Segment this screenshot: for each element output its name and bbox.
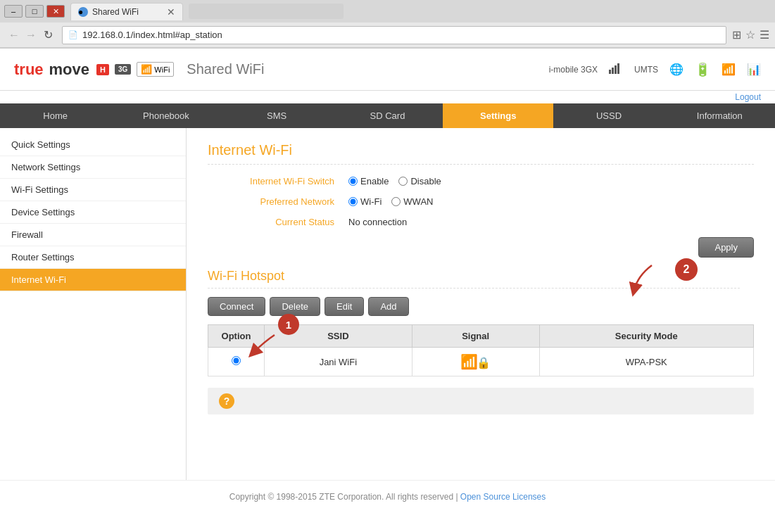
nav-ussd[interactable]: USSD [553, 103, 664, 128]
disable-radio[interactable] [398, 177, 408, 186]
page-icon: 📄 [68, 30, 78, 39]
apply-button[interactable]: Apply [698, 237, 754, 258]
wifi-switch-label: Internet Wi-Fi Switch [208, 176, 348, 186]
tab-favicon: ● [78, 7, 88, 17]
minimize-button[interactable]: – [4, 5, 23, 18]
sidebar-network-settings[interactable]: Network Settings [0, 156, 186, 179]
enable-radio[interactable] [348, 177, 358, 186]
sidebar-internet-wifi[interactable]: Internet Wi-Fi [0, 269, 186, 291]
preferred-network-value: Wi-Fi WWAN [348, 196, 433, 207]
network-type: UMTS [634, 65, 658, 75]
header-right: i-mobile 3GX UMTS 🌐 🔋 📶 📊 [549, 62, 761, 77]
signal-wifi-icon: 📶 [460, 354, 478, 369]
lock-icon: 🔒 [477, 357, 491, 369]
hotspot-section: Wi-Fi Hotspot 2 [208, 269, 754, 376]
refresh-button[interactable]: ↻ [39, 27, 56, 44]
wifi-switch-row: Internet Wi-Fi Switch Enable Disable [208, 176, 754, 186]
svg-rect-1 [612, 68, 614, 74]
sidebar-wifi-settings[interactable]: Wi-Fi Settings [0, 179, 186, 201]
wifi-label: Wi-Fi [360, 196, 382, 207]
sidebar-quick-settings[interactable]: Quick Settings [0, 134, 186, 156]
page-footer: Copyright © 1998-2015 ZTE Corporation. A… [0, 480, 775, 513]
disable-option[interactable]: Disable [398, 176, 441, 186]
help-button[interactable]: ? [219, 393, 234, 409]
browser-tab[interactable]: ● Shared WiFi ✕ [70, 3, 183, 20]
row-signal: 📶 🔒 [412, 348, 539, 376]
row-radio[interactable] [232, 356, 241, 365]
logo-move: move [49, 61, 89, 79]
logo-h-badge: H [96, 64, 109, 75]
globe-x-icon: 🌐 [669, 63, 683, 76]
hotspot-table-container: 1 [208, 324, 754, 376]
wwan-label: WWAN [403, 196, 433, 207]
col-header-signal: Signal [412, 325, 539, 348]
hotspot-buttons: Connect Delete Edit Add [208, 297, 754, 316]
current-status-value: No connection [348, 217, 407, 227]
restore-button[interactable]: □ [25, 5, 44, 18]
sidebar-device-settings[interactable]: Device Settings [0, 201, 186, 224]
main-nav: Home Phonebook SMS SD Card Settings USSD… [0, 103, 775, 128]
sidebar-firewall[interactable]: Firewall [0, 224, 186, 246]
add-button[interactable]: Add [368, 297, 408, 316]
internet-wifi-title: Internet Wi-Fi [208, 142, 754, 165]
copyright-text: Copyright © 1998-2015 ZTE Corporation. A… [229, 492, 453, 502]
wifi-switch-value: Enable Disable [348, 176, 441, 186]
wwan-option[interactable]: WWAN [391, 196, 433, 207]
sidebar-router-settings[interactable]: Router Settings [0, 246, 186, 269]
connect-button[interactable]: Connect [208, 297, 265, 316]
logo-wifi-badge: 📶 WiFi [137, 62, 174, 77]
enable-label: Enable [360, 176, 389, 186]
forward-button[interactable]: → [23, 27, 39, 44]
nav-home[interactable]: Home [0, 103, 111, 128]
wifi-icon: 📶 [141, 64, 152, 75]
logo: true move H 3G 📶 WiFi Shared WiFi [14, 61, 264, 79]
address-text: 192.168.0.1/index.html#ap_station [82, 30, 222, 40]
site-header: true move H 3G 📶 WiFi Shared WiFi i-mobi… [0, 49, 775, 91]
disable-label: Disable [410, 176, 441, 186]
bookmark-icon[interactable]: ☆ [745, 28, 755, 42]
device-name: i-mobile 3GX [549, 65, 598, 75]
edit-button[interactable]: Edit [325, 297, 364, 316]
row-security: WPA-PSK [539, 348, 753, 376]
meter-icon: 📊 [747, 63, 761, 76]
battery-icon: 🔋 [695, 62, 710, 77]
close-button[interactable]: ✕ [46, 5, 65, 18]
annotation-arrow-2 [620, 262, 662, 299]
hotspot-title-row: Wi-Fi Hotspot 2 [208, 269, 754, 297]
page-content: true move H 3G 📶 WiFi Shared WiFi i-mobi… [0, 49, 775, 532]
extensions-icon: ⊞ [732, 28, 741, 42]
tab-close-button[interactable]: ✕ [167, 6, 175, 18]
enable-option[interactable]: Enable [348, 176, 389, 186]
header-title: Shared WiFi [187, 61, 264, 77]
hotspot-buttons-container: Connect Delete Edit Add [208, 297, 754, 316]
open-source-link[interactable]: Open Source Licenses [460, 492, 546, 502]
preferred-network-label: Preferred Network [208, 196, 348, 207]
wifi-strength-icon: 📶 [722, 63, 736, 76]
tab-title: Shared WiFi [92, 7, 161, 17]
delete-button[interactable]: Delete [270, 297, 320, 316]
signal-bars-icon [609, 63, 623, 76]
nav-phonebook[interactable]: Phonebook [111, 103, 221, 128]
help-bar: ? [208, 388, 754, 414]
logout-link[interactable]: Logout [735, 92, 761, 102]
logo-true: true [14, 61, 44, 79]
address-bar[interactable]: 📄 192.168.0.1/index.html#ap_station [62, 26, 726, 44]
sidebar: Quick Settings Network Settings Wi-Fi Se… [0, 128, 187, 480]
logout-bar: Logout [0, 91, 775, 103]
content-area: Quick Settings Network Settings Wi-Fi Se… [0, 128, 775, 480]
back-button[interactable]: ← [6, 27, 23, 44]
svg-rect-0 [609, 70, 611, 74]
annotation-circle-2: 2 [675, 258, 698, 281]
current-status-label: Current Status [208, 217, 348, 227]
nav-information[interactable]: Information [664, 103, 775, 128]
nav-sdcard[interactable]: SD Card [332, 103, 443, 128]
nav-sms[interactable]: SMS [222, 103, 332, 128]
main-content-area: Internet Wi-Fi Internet Wi-Fi Switch Ena… [187, 128, 775, 480]
menu-icon[interactable]: ☰ [760, 28, 769, 42]
current-status-row: Current Status No connection [208, 217, 754, 227]
wifi-radio[interactable] [348, 197, 358, 206]
nav-settings[interactable]: Settings [443, 103, 553, 128]
wwan-radio[interactable] [391, 197, 401, 206]
col-header-security: Security Mode [539, 325, 753, 348]
wifi-option[interactable]: Wi-Fi [348, 196, 382, 207]
